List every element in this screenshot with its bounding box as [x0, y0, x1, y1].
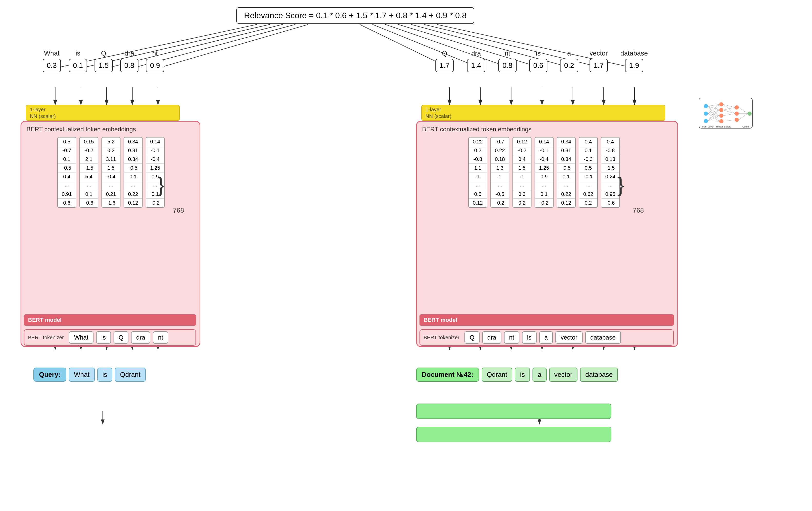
query-embeddings: 0.5 -0.7 0.1 -0.5 0.4 ... 0.91 0.6 0.15 … — [57, 137, 165, 208]
cell: 1.25 — [146, 164, 164, 172]
query-bert-tokenizer: BERT tokenizer What is Q dra nt — [24, 329, 196, 346]
cell: 0.5 — [58, 137, 76, 146]
cell: -0.5 — [124, 164, 142, 172]
cell: -1 — [469, 172, 487, 181]
cell: -0.5 — [491, 190, 509, 199]
cell: 1.3 — [491, 164, 509, 172]
doc-score-label-vector: vector — [589, 49, 608, 57]
cell: -0.8 — [601, 146, 619, 155]
doc-token-database: database — [580, 368, 618, 382]
cell: 0.22 — [557, 190, 575, 199]
cell: -0.4 — [535, 155, 553, 164]
query-token-what: What — [69, 368, 95, 382]
query-input-row: Query: What is Qdrant — [33, 368, 146, 382]
cell: 0.6 — [58, 199, 76, 207]
cell: 0.9 — [535, 172, 553, 181]
cell: 0.12 — [557, 199, 575, 207]
cell: -1 — [513, 172, 531, 181]
query-token-score-q: Q 1.5 — [94, 49, 113, 72]
score-label-what: What — [44, 49, 60, 57]
doc-nn-layer: 1-layer NN (scalar) — [421, 105, 665, 121]
doc-score-box-a: 0.2 — [560, 59, 578, 72]
cell: 0.34 — [557, 137, 575, 146]
query-token-score-what: What 0.3 — [42, 49, 61, 72]
cell: 0.21 — [102, 190, 120, 199]
query-bert-embed-label: BERT contextualized token embeddings — [26, 126, 136, 133]
doc-bar-2 — [416, 427, 611, 442]
cell: -1.5 — [601, 164, 619, 172]
cell: 0.4 — [58, 172, 76, 181]
cell: 0.14 — [535, 137, 553, 146]
doc-bert-model-label: BERT model — [424, 317, 457, 323]
cell: 0.15 — [80, 137, 98, 146]
svg-point-70 — [735, 105, 739, 109]
cell: -0.1 — [579, 172, 597, 181]
cell: 1 — [491, 172, 509, 181]
cell: 0.5 — [469, 190, 487, 199]
cell: 0.4 — [601, 137, 619, 146]
relevance-score-box: Relevance Score = 0.1 * 0.6 + 1.5 * 1.7 … — [236, 7, 474, 24]
doc-tok-nt: nt — [504, 331, 519, 344]
svg-text:Input Layer: Input Layer — [702, 126, 714, 128]
score-box-q: 1.5 — [94, 59, 113, 72]
query-embed-col-1: 0.5 -0.7 0.1 -0.5 0.4 ... 0.91 0.6 — [57, 137, 76, 208]
doc-token-score-dra: dra 1.4 — [467, 49, 485, 72]
cell: ... — [469, 181, 487, 190]
cell: 0.31 — [124, 146, 142, 155]
cell: 0.12 — [469, 199, 487, 207]
query-token-score-dra: dra 0.8 — [120, 49, 139, 72]
doc-token-qdrant: Qdrant — [482, 368, 513, 382]
doc-bert-container: BERT contextualized token embeddings 0.2… — [416, 121, 678, 347]
query-768-label: 768 — [173, 207, 184, 214]
cell: 0.12 — [513, 137, 531, 146]
doc-score-label-q: Q — [442, 49, 447, 57]
query-bert-model-label: BERT model — [28, 317, 62, 323]
cell: -1.5 — [80, 164, 98, 172]
svg-line-90 — [723, 104, 735, 114]
cell: 0.1 — [557, 172, 575, 181]
svg-line-78 — [708, 104, 719, 114]
cell: 0.12 — [124, 199, 142, 207]
cell: 1.5 — [513, 164, 531, 172]
svg-point-73 — [748, 112, 752, 116]
doc-score-label-dra: dra — [471, 49, 481, 57]
cell: 0.1 — [535, 190, 553, 199]
cell: -0.3 — [579, 155, 597, 164]
svg-text:Output: Output — [743, 126, 750, 128]
query-nn-layer: 1-layer NN (scalar) — [26, 105, 180, 121]
cell: 1.25 — [535, 164, 553, 172]
svg-line-91 — [723, 110, 735, 114]
query-token-is: is — [97, 368, 113, 382]
cell: 0.2 — [579, 199, 597, 207]
cell: -0.1 — [535, 146, 553, 155]
query-token-qdrant: Qdrant — [115, 368, 146, 382]
svg-line-6 — [373, 24, 481, 68]
nn-diagram-svg: Input Layer Hidden Layers Output — [701, 100, 752, 128]
cell: 0.13 — [601, 155, 619, 164]
query-tok-dra: dra — [131, 331, 150, 344]
cell: -1.6 — [102, 199, 120, 207]
cell: 0.22 — [491, 146, 509, 155]
query-bert-container: BERT contextualized token embeddings 0.5… — [21, 121, 200, 347]
relevance-formula: Relevance Score = 0.1 * 0.6 + 1.5 * 1.7 … — [244, 11, 466, 20]
doc-score-box-q: 1.7 — [435, 59, 454, 72]
query-tok-q: Q — [114, 331, 129, 344]
cell: -0.7 — [491, 137, 509, 146]
svg-point-66 — [719, 102, 723, 106]
svg-line-83 — [708, 110, 719, 121]
doc-score-label-is: is — [536, 49, 541, 57]
svg-line-4 — [158, 24, 308, 68]
doc-tok-dra: dra — [482, 331, 501, 344]
doc-token-vector: vector — [549, 368, 578, 382]
query-tok-label: BERT tokenizer — [28, 334, 64, 341]
svg-line-77 — [708, 106, 719, 121]
query-embed-col-5: 0.14 -0.1 -0.4 1.25 0.9 ... 0.1 -0.2 — [146, 137, 165, 208]
cell: ... — [102, 181, 120, 190]
cell: 2.1 — [80, 155, 98, 164]
doc-token-score-a: a 0.2 — [560, 49, 578, 72]
cell: 0.24 — [601, 172, 619, 181]
cell: -0.1 — [146, 146, 164, 155]
doc-score-box-is: 0.6 — [529, 59, 547, 72]
cell: 0.2 — [469, 146, 487, 155]
cell: 0.34 — [557, 155, 575, 164]
